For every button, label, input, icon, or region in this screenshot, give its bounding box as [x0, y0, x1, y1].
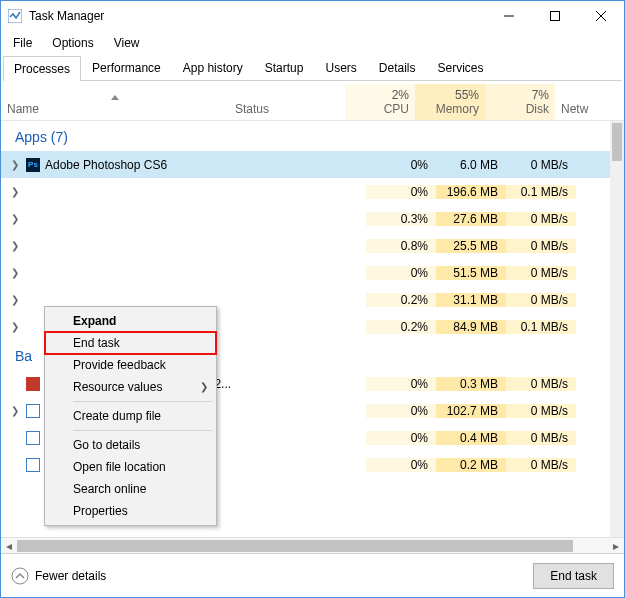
task-manager-icon [7, 8, 23, 24]
scroll-right-icon[interactable]: ▸ [608, 539, 624, 553]
expand-icon[interactable]: ❯ [7, 321, 23, 332]
expand-icon[interactable]: ❯ [7, 267, 23, 278]
menu-view[interactable]: View [108, 33, 146, 53]
process-row[interactable]: ❯ 0.3% 27.6 MB 0 MB/s [1, 205, 610, 232]
expand-icon[interactable]: ❯ [7, 240, 23, 251]
scrollbar-thumb[interactable] [612, 123, 622, 161]
app-icon [25, 430, 41, 446]
chevron-up-circle-icon [11, 567, 29, 585]
expand-icon[interactable]: ❯ [7, 186, 23, 197]
svg-point-5 [12, 568, 28, 584]
ctx-resource-values[interactable]: Resource values❯ [45, 376, 216, 398]
menu-bar: File Options View [1, 31, 624, 55]
ctx-search-online[interactable]: Search online [45, 478, 216, 500]
maximize-button[interactable] [532, 1, 578, 31]
col-status[interactable]: Status [229, 98, 345, 120]
scrollbar-thumb[interactable] [17, 540, 573, 552]
sort-indicator-icon [7, 91, 223, 102]
context-menu: Expand End task Provide feedback Resourc… [44, 306, 217, 526]
scroll-left-icon[interactable]: ◂ [1, 539, 17, 553]
fewer-details-button[interactable]: Fewer details [11, 567, 106, 585]
expand-icon[interactable]: ❯ [7, 159, 23, 170]
col-disk[interactable]: 7% Disk [485, 84, 555, 120]
app-icon [25, 376, 41, 392]
ctx-dump[interactable]: Create dump file [45, 405, 216, 427]
process-row-photoshop[interactable]: ❯ Ps Adobe Photoshop CS6 0% 6.0 MB 0 MB/… [1, 151, 610, 178]
tab-performance[interactable]: Performance [81, 55, 172, 80]
ctx-expand[interactable]: Expand [45, 310, 216, 332]
process-row[interactable]: ❯ 0% 51.5 MB 0 MB/s [1, 259, 610, 286]
app-icon [25, 403, 41, 419]
window-title: Task Manager [29, 9, 486, 23]
tab-bar: Processes Performance App history Startu… [3, 55, 622, 81]
submenu-arrow-icon: ❯ [200, 381, 208, 392]
process-row[interactable]: ❯ 0.8% 25.5 MB 0 MB/s [1, 232, 610, 259]
ctx-details[interactable]: Go to details [45, 434, 216, 456]
tab-startup[interactable]: Startup [254, 55, 315, 80]
app-icon [25, 457, 41, 473]
ctx-open-location[interactable]: Open file location [45, 456, 216, 478]
tab-details[interactable]: Details [368, 55, 427, 80]
col-memory[interactable]: 55% Memory [415, 84, 485, 120]
col-network[interactable]: Netw [555, 84, 589, 120]
expand-icon[interactable]: ❯ [7, 213, 23, 224]
separator [73, 401, 212, 402]
svg-rect-2 [551, 12, 560, 21]
tab-processes[interactable]: Processes [3, 56, 81, 81]
expand-icon[interactable]: ❯ [7, 405, 23, 416]
menu-options[interactable]: Options [46, 33, 99, 53]
tab-users[interactable]: Users [314, 55, 367, 80]
column-headers: Name Status 2% CPU 55% Memory 7% Disk Ne… [1, 81, 624, 121]
minimize-button[interactable] [486, 1, 532, 31]
tab-app-history[interactable]: App history [172, 55, 254, 80]
menu-file[interactable]: File [7, 33, 38, 53]
ctx-feedback[interactable]: Provide feedback [45, 354, 216, 376]
vertical-scrollbar[interactable] [610, 121, 624, 537]
tab-services[interactable]: Services [427, 55, 495, 80]
col-cpu[interactable]: 2% CPU [345, 84, 415, 120]
section-apps: Apps (7) [1, 121, 610, 151]
ctx-end-task[interactable]: End task [45, 332, 216, 354]
end-task-button[interactable]: End task [533, 563, 614, 589]
ctx-properties[interactable]: Properties [45, 500, 216, 522]
col-name[interactable]: Name [1, 87, 229, 120]
expand-icon[interactable]: ❯ [7, 294, 23, 305]
footer: Fewer details End task [1, 553, 624, 597]
horizontal-scrollbar[interactable]: ◂ ▸ [1, 537, 624, 553]
close-button[interactable] [578, 1, 624, 31]
separator [73, 430, 212, 431]
title-bar: Task Manager [1, 1, 624, 31]
app-icon-photoshop: Ps [25, 157, 41, 173]
process-row[interactable]: ❯ 0% 196.6 MB 0.1 MB/s [1, 178, 610, 205]
